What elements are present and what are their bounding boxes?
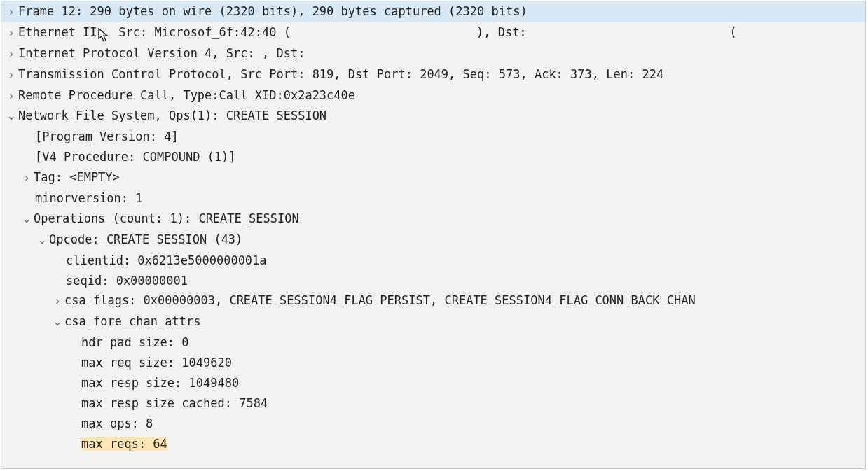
frame-text: Frame 12: 290 bytes on wire (2320 bits),…	[18, 4, 528, 18]
row-ethernet[interactable]: ›Ethernet II, Src: Microsof_6f:42:40 (),…	[1, 22, 865, 43]
clientid-text: clientid: 0x6213e5000000001a	[66, 253, 267, 267]
row-max-ops[interactable]: max ops: 8	[1, 414, 865, 434]
row-rpc[interactable]: ›Remote Procedure Call, Type:Call XID:0x…	[1, 85, 865, 106]
arrow-down-icon[interactable]: ⌄	[4, 106, 18, 127]
row-tcp[interactable]: ›Transmission Control Protocol, Src Port…	[1, 64, 865, 85]
row-clientid[interactable]: clientid: 0x6213e5000000001a	[1, 251, 865, 271]
row-max-resp-cached[interactable]: max resp size cached: 7584	[1, 393, 865, 414]
row-hdr-pad[interactable]: hdr pad size: 0	[1, 332, 865, 353]
row-ip[interactable]: ›Internet Protocol Version 4, Src: , Dst…	[1, 43, 865, 64]
arrow-right-icon[interactable]: ›	[4, 65, 18, 85]
row-max-reqs[interactable]: max reqs: 64	[1, 434, 865, 454]
row-frame[interactable]: ›Frame 12: 290 bytes on wire (2320 bits)…	[1, 1, 865, 22]
arrow-right-icon[interactable]: ›	[4, 2, 18, 22]
arrow-down-icon[interactable]: ⌄	[20, 209, 34, 230]
eth-part-c: ), Dst:	[476, 25, 527, 39]
row-v4-procedure[interactable]: [V4 Procedure: COMPOUND (1)]	[1, 147, 865, 167]
row-operations[interactable]: ⌄Operations (count: 1): CREATE_SESSION	[1, 209, 865, 230]
row-minorversion[interactable]: minorversion: 1	[1, 188, 865, 209]
arrow-right-icon[interactable]: ›	[4, 86, 18, 106]
progver-text: [Program Version: 4]	[35, 129, 179, 143]
row-csa-fore-chan[interactable]: ⌄csa_fore_chan_attrs	[1, 311, 865, 332]
ip-text: Internet Protocol Version 4, Src: , Dst:	[18, 46, 305, 60]
v4proc-text: [V4 Procedure: COMPOUND (1)]	[35, 150, 236, 164]
row-seqid[interactable]: seqid: 0x00000001	[1, 271, 865, 291]
eth-part-d: (	[730, 25, 737, 39]
arrow-down-icon[interactable]: ⌄	[50, 312, 64, 332]
arrow-right-icon[interactable]: ›	[4, 23, 18, 43]
fore-text: csa_fore_chan_attrs	[64, 314, 200, 328]
row-max-req-size[interactable]: max req size: 1049620	[1, 353, 865, 373]
mops-text: max ops: 8	[81, 416, 153, 430]
eth-part-a: Ethernet II,	[18, 25, 104, 39]
arrow-right-icon[interactable]: ›	[20, 168, 34, 188]
arrow-down-icon[interactable]: ⌄	[35, 230, 49, 251]
eth-part-b: Src: Microsof_6f:42:40 (	[118, 25, 291, 39]
arrow-right-icon[interactable]: ›	[4, 44, 18, 64]
arrow-right-icon[interactable]: ›	[50, 291, 64, 311]
tcp-text: Transmission Control Protocol, Src Port:…	[18, 67, 663, 81]
tag-text: Tag: <EMPTY>	[34, 170, 120, 184]
row-program-version[interactable]: [Program Version: 4]	[1, 127, 865, 147]
minor-text: minorversion: 1	[35, 191, 143, 205]
mreq-text: max req size: 1049620	[81, 356, 232, 370]
rpc-text: Remote Procedure Call, Type:Call XID:0x2…	[18, 88, 355, 102]
row-tag[interactable]: ›Tag: <EMPTY>	[1, 167, 865, 188]
nfs-text: Network File System, Ops(1): CREATE_SESS…	[18, 108, 326, 122]
row-csa-flags[interactable]: ›csa_flags: 0x00000003, CREATE_SESSION4_…	[1, 290, 865, 311]
opcode-text: Opcode: CREATE_SESSION (43)	[49, 232, 242, 246]
row-max-resp-size[interactable]: max resp size: 1049480	[1, 373, 865, 393]
row-nfs[interactable]: ⌄Network File System, Ops(1): CREATE_SES…	[1, 106, 865, 127]
ops-text: Operations (count: 1): CREATE_SESSION	[34, 211, 299, 225]
mreqs-text: max reqs: 64	[81, 437, 167, 451]
seqid-text: seqid: 0x00000001	[66, 274, 188, 288]
mrespc-text: max resp size cached: 7584	[81, 396, 268, 410]
row-opcode[interactable]: ⌄Opcode: CREATE_SESSION (43)	[1, 230, 865, 251]
csa-text: csa_flags: 0x00000003, CREATE_SESSION4_F…	[64, 293, 696, 307]
hdr-text: hdr pad size: 0	[81, 335, 189, 349]
mresp-text: max resp size: 1049480	[81, 376, 239, 390]
packet-details-pane[interactable]: ›Frame 12: 290 bytes on wire (2320 bits)…	[1, 1, 866, 469]
